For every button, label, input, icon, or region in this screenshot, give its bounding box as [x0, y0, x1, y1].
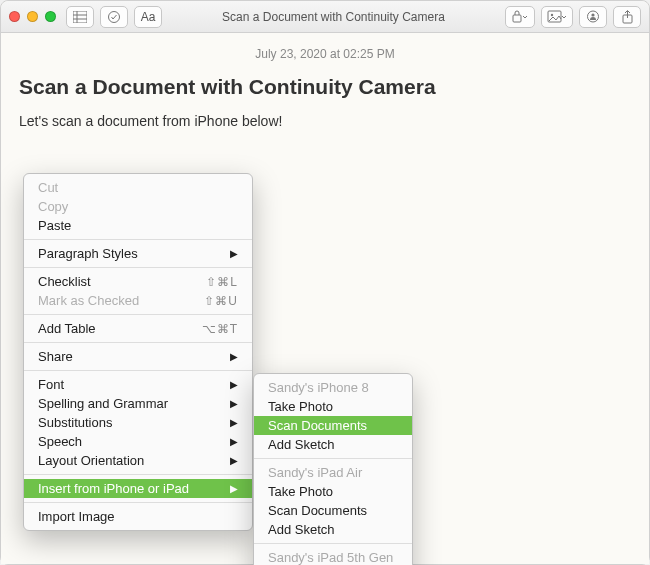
- menu-separator: [24, 267, 252, 268]
- submenu-action-item[interactable]: Take Photo: [254, 482, 412, 501]
- checklist-button[interactable]: [100, 6, 128, 28]
- menu-paste[interactable]: Paste: [24, 216, 252, 235]
- svg-point-7: [551, 14, 553, 16]
- menu-add-table[interactable]: Add Table⌥⌘T: [24, 319, 252, 338]
- chevron-right-icon: ▶: [230, 379, 238, 390]
- svg-rect-5: [513, 15, 521, 22]
- note-content-area[interactable]: July 23, 2020 at 02:25 PM Scan a Documen…: [1, 33, 649, 564]
- menu-separator: [24, 239, 252, 240]
- chevron-right-icon: ▶: [230, 248, 238, 259]
- media-button[interactable]: [541, 6, 573, 28]
- submenu-action-item[interactable]: Add Sketch: [254, 520, 412, 539]
- close-window-button[interactable]: [9, 11, 20, 22]
- lock-button[interactable]: [505, 6, 535, 28]
- submenu-action-item[interactable]: Take Photo: [254, 397, 412, 416]
- svg-rect-0: [73, 11, 87, 23]
- note-body-text: Let's scan a document from iPhone below!: [19, 113, 631, 129]
- chevron-right-icon: ▶: [230, 351, 238, 362]
- note-timestamp: July 23, 2020 at 02:25 PM: [19, 47, 631, 61]
- menu-paragraph-styles[interactable]: Paragraph Styles▶: [24, 244, 252, 263]
- chevron-right-icon: ▶: [230, 417, 238, 428]
- menu-mark-as-checked: Mark as Checked⇧⌘U: [24, 291, 252, 310]
- menu-cut: Cut: [24, 178, 252, 197]
- chevron-right-icon: ▶: [230, 398, 238, 409]
- app-window: Aa Scan a Document with Continuity Camer…: [0, 0, 650, 565]
- chevron-right-icon: ▶: [230, 455, 238, 466]
- submenu-device-header: Sandy's iPad 5th Gen: [254, 548, 412, 565]
- menu-font[interactable]: Font▶: [24, 375, 252, 394]
- minimize-window-button[interactable]: [27, 11, 38, 22]
- titlebar: Aa Scan a Document with Continuity Camer…: [1, 1, 649, 33]
- format-button[interactable]: Aa: [134, 6, 162, 28]
- context-menu: Cut Copy Paste Paragraph Styles▶ Checkli…: [23, 173, 253, 531]
- window-title: Scan a Document with Continuity Camera: [168, 10, 499, 24]
- collaborate-button[interactable]: [579, 6, 607, 28]
- menu-copy: Copy: [24, 197, 252, 216]
- zoom-window-button[interactable]: [45, 11, 56, 22]
- menu-separator: [24, 342, 252, 343]
- menu-layout-orientation[interactable]: Layout Orientation▶: [24, 451, 252, 470]
- share-button[interactable]: [613, 6, 641, 28]
- svg-point-4: [109, 11, 120, 22]
- menu-separator: [24, 502, 252, 503]
- menu-spelling-grammar[interactable]: Spelling and Grammar▶: [24, 394, 252, 413]
- menu-separator: [24, 370, 252, 371]
- menu-separator: [254, 543, 412, 544]
- submenu-action-item[interactable]: Scan Documents: [254, 501, 412, 520]
- menu-separator: [24, 474, 252, 475]
- menu-share[interactable]: Share▶: [24, 347, 252, 366]
- menu-speech[interactable]: Speech▶: [24, 432, 252, 451]
- svg-point-9: [591, 13, 594, 16]
- traffic-lights: [9, 11, 56, 22]
- submenu-action-item[interactable]: Add Sketch: [254, 435, 412, 454]
- submenu-device-header: Sandy's iPhone 8: [254, 378, 412, 397]
- chevron-right-icon: ▶: [230, 483, 238, 494]
- submenu-device-header: Sandy's iPad Air: [254, 463, 412, 482]
- note-title: Scan a Document with Continuity Camera: [19, 75, 631, 99]
- menu-separator: [254, 458, 412, 459]
- menu-insert-from-iphone-ipad[interactable]: Insert from iPhone or iPad▶: [24, 479, 252, 498]
- menu-substitutions[interactable]: Substitutions▶: [24, 413, 252, 432]
- menu-checklist[interactable]: Checklist⇧⌘L: [24, 272, 252, 291]
- menu-import-image[interactable]: Import Image: [24, 507, 252, 526]
- submenu-action-item[interactable]: Scan Documents: [254, 416, 412, 435]
- menu-separator: [24, 314, 252, 315]
- insert-from-submenu: Sandy's iPhone 8Take PhotoScan Documents…: [253, 373, 413, 565]
- list-view-button[interactable]: [66, 6, 94, 28]
- chevron-right-icon: ▶: [230, 436, 238, 447]
